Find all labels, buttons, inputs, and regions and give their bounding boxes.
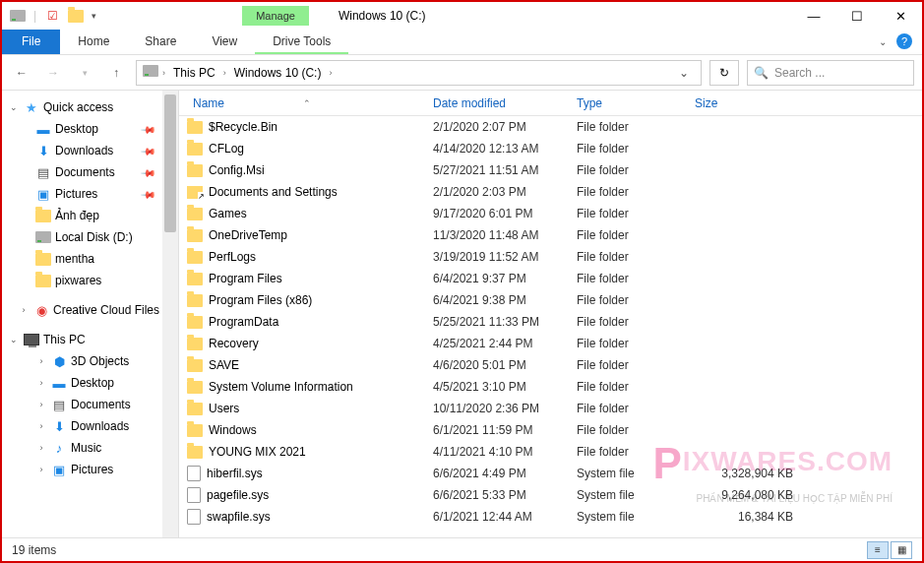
pin-icon: 📌 bbox=[141, 143, 156, 158]
file-row[interactable]: CFLog4/14/2020 12:13 AMFile folder bbox=[179, 138, 922, 159]
file-type: File folder bbox=[577, 315, 695, 329]
refresh-button[interactable]: ↻ bbox=[709, 60, 739, 86]
tree-label: Ảnh đẹp bbox=[55, 209, 99, 222]
file-name: pagefile.sys bbox=[207, 488, 269, 502]
tree-desktop[interactable]: ▬Desktop📌 bbox=[2, 118, 178, 140]
file-date: 6/6/2021 5:33 PM bbox=[433, 488, 577, 502]
tree-quick-access[interactable]: ⌄ ★ Quick access bbox=[2, 96, 178, 118]
tree-desktop-pc[interactable]: ›▬Desktop bbox=[2, 372, 178, 394]
tab-share[interactable]: Share bbox=[127, 30, 194, 54]
file-row[interactable]: PerfLogs3/19/2019 11:52 AMFile folder bbox=[179, 246, 922, 268]
folder-icon bbox=[187, 446, 203, 459]
file-row[interactable]: OneDriveTemp11/3/2020 11:48 AMFile folde… bbox=[179, 224, 922, 246]
file-row[interactable]: ProgramData5/25/2021 11:33 PMFile folder bbox=[179, 311, 922, 333]
tab-home[interactable]: Home bbox=[60, 30, 127, 54]
tab-file[interactable]: File bbox=[2, 30, 60, 54]
breadcrumb-bar[interactable]: › This PC › Windows 10 (C:) › ⌄ bbox=[136, 60, 702, 86]
up-button[interactable]: ↑ bbox=[104, 61, 128, 85]
file-name: OneDriveTemp bbox=[209, 228, 287, 242]
file-row[interactable]: Users10/11/2020 2:36 PMFile folder bbox=[179, 398, 922, 419]
column-type[interactable]: Type bbox=[577, 96, 695, 110]
desktop-icon: ▬ bbox=[35, 121, 51, 137]
help-icon[interactable]: ? bbox=[896, 33, 912, 49]
item-count: 19 items bbox=[12, 543, 56, 557]
expand-icon[interactable]: › bbox=[35, 421, 47, 431]
file-row[interactable]: System Volume Information4/5/2021 3:10 P… bbox=[179, 376, 922, 398]
search-input[interactable]: 🔍 Search ... bbox=[747, 60, 914, 86]
back-button[interactable]: ← bbox=[10, 61, 33, 85]
recent-dropdown-icon[interactable]: ▾ bbox=[73, 61, 96, 85]
forward-button[interactable]: → bbox=[41, 61, 65, 85]
tree-3d-objects[interactable]: ›⬢3D Objects bbox=[2, 350, 178, 372]
expand-icon[interactable]: › bbox=[35, 400, 47, 409]
expand-icon[interactable]: › bbox=[35, 443, 47, 453]
file-row[interactable]: Recovery4/25/2021 2:44 PMFile folder bbox=[179, 333, 922, 354]
file-row[interactable]: $Recycle.Bin2/1/2020 2:07 PMFile folder bbox=[179, 116, 922, 138]
star-icon: ★ bbox=[24, 99, 39, 115]
file-row[interactable]: Program Files (x86)6/4/2021 9:38 PMFile … bbox=[179, 289, 922, 311]
column-date[interactable]: Date modified bbox=[433, 96, 577, 110]
expand-icon[interactable]: › bbox=[18, 305, 30, 315]
tree-local-disk-d[interactable]: Local Disk (D:) bbox=[2, 226, 178, 248]
collapse-icon[interactable]: ⌄ bbox=[8, 335, 20, 344]
file-date: 11/3/2020 11:48 AM bbox=[433, 228, 577, 242]
thumbnails-view-button[interactable]: ▦ bbox=[891, 541, 912, 559]
qat-customize-icon[interactable]: ▾ bbox=[92, 11, 96, 21]
downloads-icon: ⬇ bbox=[35, 143, 51, 158]
chevron-right-icon[interactable]: › bbox=[329, 68, 332, 78]
address-bar: ← → ▾ ↑ › This PC › Windows 10 (C:) › ⌄ … bbox=[2, 55, 922, 91]
folder-icon bbox=[187, 403, 203, 415]
column-size[interactable]: Size bbox=[695, 96, 813, 110]
address-dropdown-icon[interactable]: ⌄ bbox=[673, 66, 695, 80]
tree-downloads[interactable]: ⬇Downloads📌 bbox=[2, 140, 178, 161]
file-date: 5/25/2021 11:33 PM bbox=[433, 315, 577, 329]
file-row[interactable]: YOUNG MIX 20214/11/2021 4:10 PMFile fold… bbox=[179, 441, 922, 463]
file-row[interactable]: swapfile.sys6/1/2021 12:44 AMSystem file… bbox=[179, 506, 922, 528]
tree-mentha[interactable]: mentha bbox=[2, 248, 178, 270]
file-row[interactable]: hiberfil.sys6/6/2021 4:49 PMSystem file3… bbox=[179, 463, 922, 484]
tree-pictures[interactable]: ▣Pictures📌 bbox=[2, 183, 178, 205]
maximize-button[interactable]: ☐ bbox=[835, 2, 879, 30]
chevron-right-icon[interactable]: › bbox=[162, 68, 165, 78]
file-row[interactable]: Documents and Settings2/1/2020 2:03 PMFi… bbox=[179, 181, 922, 203]
chevron-right-icon[interactable]: › bbox=[223, 68, 226, 78]
tree-pixwares[interactable]: pixwares bbox=[2, 270, 178, 291]
file-date: 6/4/2021 9:38 PM bbox=[433, 293, 577, 307]
tree-pictures-pc[interactable]: ›▣Pictures bbox=[2, 459, 178, 480]
file-row[interactable]: Games9/17/2020 6:01 PMFile folder bbox=[179, 203, 922, 224]
tab-view[interactable]: View bbox=[194, 30, 255, 54]
file-list-area: Name⌃ Date modified Type Size $Recycle.B… bbox=[179, 91, 922, 537]
minimize-button[interactable]: — bbox=[792, 2, 835, 30]
pin-icon: 📌 bbox=[141, 121, 156, 137]
new-folder-icon[interactable] bbox=[68, 8, 84, 24]
column-name[interactable]: Name⌃ bbox=[179, 96, 433, 110]
tree-anhdep[interactable]: Ảnh đẹp bbox=[2, 205, 178, 226]
tab-drive-tools[interactable]: Drive Tools bbox=[255, 30, 348, 54]
file-name: System Volume Information bbox=[209, 380, 353, 394]
expand-icon[interactable]: › bbox=[35, 465, 47, 474]
tree-label: Pictures bbox=[71, 463, 113, 476]
breadcrumb-this-pc[interactable]: This PC bbox=[169, 66, 219, 80]
tree-documents[interactable]: ▤Documents📌 bbox=[2, 161, 178, 183]
file-row[interactable]: SAVE4/6/2020 5:01 PMFile folder bbox=[179, 354, 922, 376]
collapse-icon[interactable]: ⌄ bbox=[8, 102, 20, 112]
tree-documents-pc[interactable]: ›▤Documents bbox=[2, 394, 178, 415]
file-name: Program Files (x86) bbox=[209, 293, 312, 307]
file-row[interactable]: Program Files6/4/2021 9:37 PMFile folder bbox=[179, 268, 922, 289]
tree-this-pc[interactable]: ⌄This PC bbox=[2, 329, 178, 350]
breadcrumb-location[interactable]: Windows 10 (C:) bbox=[230, 66, 326, 80]
file-row[interactable]: Windows6/1/2021 11:59 PMFile folder bbox=[179, 419, 922, 441]
close-button[interactable]: ✕ bbox=[879, 2, 922, 30]
details-view-button[interactable]: ≡ bbox=[867, 541, 889, 559]
tree-downloads-pc[interactable]: ›⬇Downloads bbox=[2, 415, 178, 437]
search-placeholder: Search ... bbox=[774, 66, 825, 80]
ribbon-expand-icon[interactable]: ⌄ bbox=[879, 36, 887, 47]
file-row[interactable]: pagefile.sys6/6/2021 5:33 PMSystem file9… bbox=[179, 484, 922, 506]
nav-scrollbar[interactable] bbox=[162, 91, 178, 537]
file-row[interactable]: Config.Msi5/27/2021 11:51 AMFile folder bbox=[179, 159, 922, 181]
tree-creative-cloud[interactable]: ›◉Creative Cloud Files bbox=[2, 299, 178, 321]
tree-music[interactable]: ›♪Music bbox=[2, 437, 178, 459]
properties-icon[interactable]: ☑ bbox=[44, 8, 60, 24]
expand-icon[interactable]: › bbox=[35, 378, 47, 388]
expand-icon[interactable]: › bbox=[35, 356, 47, 366]
